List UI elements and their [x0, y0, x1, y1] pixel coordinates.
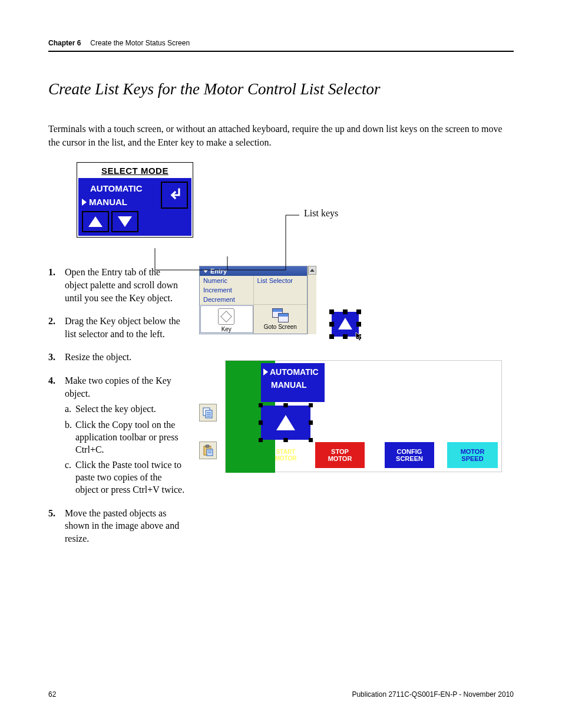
designer-list-selector[interactable]: AUTOMATIC MANUAL	[261, 363, 325, 402]
resize-handle[interactable]	[259, 438, 263, 442]
mode-automatic[interactable]: AUTOMATIC	[81, 182, 160, 195]
figure-select-mode: SELECT MODE AUTOMATIC MANUAL	[48, 162, 514, 238]
step-1: Open the Entry tab of the object palette…	[62, 266, 185, 304]
step-3: Resize the object.	[62, 351, 185, 364]
palette-item-key[interactable]: Key	[200, 305, 254, 334]
resize-handle[interactable]	[356, 309, 361, 314]
palette-link-list-selector[interactable]: List Selector	[254, 276, 308, 285]
designer-start-motor-button[interactable]: START MOTOR	[261, 442, 310, 468]
pointer-icon	[82, 199, 87, 206]
chapter-title: Create the Motor Status Screen	[90, 39, 190, 47]
palette-scrollbar[interactable]	[308, 266, 316, 334]
page-header: Chapter 6 Create the Motor Status Screen	[48, 39, 514, 47]
pointer-icon	[263, 368, 268, 375]
triangle-down-icon	[118, 216, 132, 227]
screen-designer-canvas[interactable]: AUTOMATIC MANUAL	[225, 360, 502, 472]
resize-handle[interactable]	[309, 438, 313, 442]
step-4b: b.Click the Copy tool on the application…	[65, 419, 185, 456]
resize-handle[interactable]	[284, 403, 288, 407]
triangle-up-icon	[276, 415, 295, 430]
palette-item-goto-screen[interactable]: Goto Screen	[254, 305, 308, 334]
palette-link-numeric[interactable]: Numeric	[200, 276, 253, 285]
header-rule	[48, 51, 514, 52]
step-4a: a.Select the key object.	[65, 403, 185, 416]
instruction-steps: Open the Entry tab of the object palette…	[48, 266, 185, 555]
step-5: Move the pasted objects as shown in the …	[62, 507, 185, 545]
goto-screen-icon	[272, 308, 289, 322]
publication-id: Publication 2711C-QS001F-EN-P - November…	[352, 690, 514, 699]
designer-motor-speed-button[interactable]: MOTOR SPEED	[447, 442, 498, 468]
resize-handle[interactable]	[329, 334, 334, 339]
designer-key-object-selected[interactable]	[261, 406, 310, 440]
key-object-icon	[218, 308, 234, 325]
step-4c: c.Click the Paste tool twice to paste tw…	[65, 459, 185, 496]
step-2: Drag the Key object below the list selec…	[62, 315, 185, 340]
paste-button[interactable]	[199, 442, 217, 459]
resize-handle[interactable]	[284, 438, 288, 442]
designer-stop-motor-button[interactable]: STOP MOTOR	[315, 442, 365, 468]
resize-handle[interactable]	[259, 403, 263, 407]
resize-handle[interactable]	[356, 322, 361, 327]
up-key[interactable]	[82, 211, 109, 232]
down-key[interactable]	[111, 211, 138, 232]
resize-handle[interactable]	[259, 421, 263, 425]
callout-list-keys: List keys	[304, 208, 338, 219]
copy-button[interactable]	[199, 404, 217, 421]
key-object-preview[interactable]	[332, 312, 359, 337]
resize-handle[interactable]	[329, 322, 334, 327]
mode-manual[interactable]: MANUAL	[81, 195, 160, 209]
designer-config-screen-button[interactable]: CONFIG SCREEN	[385, 442, 434, 468]
chapter-number: Chapter 6	[48, 39, 81, 47]
palette-link-decrement[interactable]: Decrement	[200, 295, 253, 304]
entry-palette: Entry Numeric Increment Decrement List S…	[199, 266, 308, 334]
triangle-up-icon	[338, 318, 352, 330]
step-4: Make two copies of the Key object. a.Sel…	[62, 374, 185, 496]
resize-handle[interactable]	[309, 421, 313, 425]
triangle-up-icon	[88, 216, 103, 227]
resize-handle[interactable]	[309, 403, 313, 407]
page-footer: 62 Publication 2711C-QS001F-EN-P - Novem…	[48, 690, 514, 699]
paste-icon	[202, 444, 214, 456]
page-number: 62	[48, 690, 56, 699]
section-title: Create List Keys for the Motor Control L…	[48, 80, 514, 98]
copy-icon	[202, 407, 214, 419]
resize-handle[interactable]	[329, 309, 334, 314]
resize-handle[interactable]	[343, 334, 348, 339]
intro-paragraph: Terminals with a touch screen, or withou…	[48, 122, 514, 149]
cursor-icon	[355, 332, 365, 341]
svg-rect-11	[206, 445, 209, 447]
palette-link-increment[interactable]: Increment	[200, 285, 253, 295]
resize-handle[interactable]	[343, 309, 348, 314]
